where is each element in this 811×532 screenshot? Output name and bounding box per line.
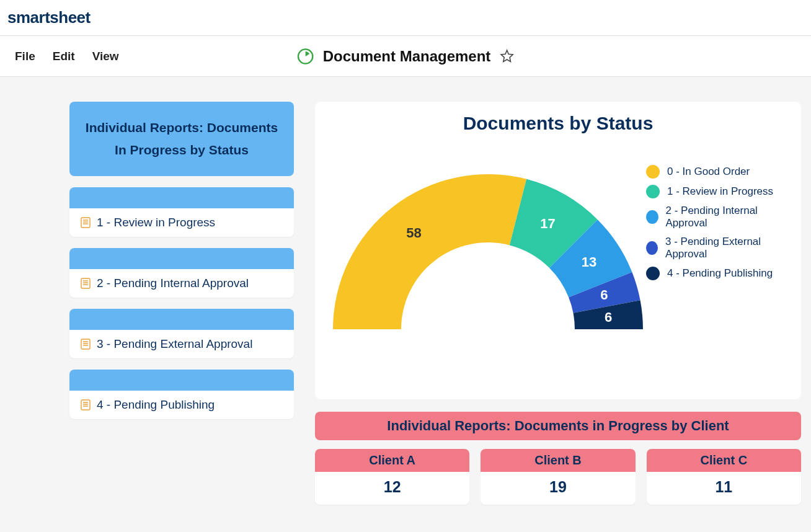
sidebar-main-card: Individual Reports: Documents In Progres… (69, 102, 294, 176)
legend-swatch (646, 241, 658, 255)
report-card-body: 3 - Pending External Approval (69, 330, 294, 358)
report-card-head (69, 248, 294, 269)
report-icon (81, 217, 91, 228)
client-row: Client A 12Client B 19Client C 11 (315, 449, 801, 505)
chart-title: Documents by Status (330, 113, 786, 134)
report-card-label: 1 - Review in Progress (97, 216, 215, 229)
report-icon (81, 278, 91, 289)
legend-label: 2 - Pending Internal Approval (666, 205, 786, 229)
svg-rect-1 (81, 218, 90, 228)
report-card-head (69, 309, 294, 330)
report-card-label: 4 - Pending Publishing (97, 398, 215, 412)
sidebar: Individual Reports: Documents In Progres… (69, 102, 294, 430)
report-card[interactable]: 2 - Pending Internal Approval (69, 248, 294, 298)
report-card-head (69, 187, 294, 208)
report-card-label: 2 - Pending Internal Approval (97, 277, 249, 290)
legend-item: 3 - Pending External Approval (646, 236, 786, 260)
donut-value-label: 6 (600, 287, 608, 303)
topbar: smartsheet (0, 0, 811, 36)
dashboard-canvas: Individual Reports: Documents In Progres… (0, 77, 811, 505)
dashboard-icon (297, 48, 314, 65)
report-card-head (69, 370, 294, 391)
legend-swatch (646, 185, 660, 198)
menu-edit[interactable]: Edit (44, 45, 84, 68)
page-title: Document Management (323, 48, 491, 65)
report-card-body: 4 - Pending Publishing (69, 391, 294, 419)
client-card[interactable]: Client A 12 (315, 449, 469, 505)
legend-item: 1 - Review in Progress (646, 185, 786, 198)
donut-value-label: 6 (605, 309, 612, 325)
client-card-value: 19 (481, 472, 635, 505)
report-icon (81, 339, 91, 350)
report-card-body: 1 - Review in Progress (69, 208, 294, 237)
client-card-head: Client A (315, 449, 469, 472)
client-section-header: Individual Reports: Documents in Progres… (315, 412, 801, 440)
report-card-body: 2 - Pending Internal Approval (69, 269, 294, 298)
legend-item: 2 - Pending Internal Approval (646, 205, 786, 229)
svg-rect-5 (81, 278, 90, 288)
client-card-head: Client C (647, 449, 801, 472)
chart-legend: 0 - In Good Order 1 - Review in Progress… (646, 153, 786, 286)
legend-swatch (646, 165, 660, 179)
legend-item: 4 - Pending Publishing (646, 267, 786, 280)
report-icon (81, 399, 91, 410)
menu-view[interactable]: View (84, 45, 128, 68)
donut-value-label: 58 (406, 225, 421, 241)
legend-label: 1 - Review in Progress (667, 185, 773, 198)
client-card-value: 11 (647, 472, 801, 505)
report-card[interactable]: 3 - Pending External Approval (69, 309, 294, 358)
menubar: File Edit View Document Management (0, 36, 811, 77)
client-card-value: 12 (315, 472, 469, 505)
client-card[interactable]: Client B 19 (481, 449, 635, 505)
report-card[interactable]: 4 - Pending Publishing (69, 370, 294, 419)
title-group: Document Management (297, 48, 515, 65)
half-donut-chart: 58171366 (330, 153, 646, 347)
menu-file[interactable]: File (6, 45, 44, 68)
svg-rect-13 (81, 400, 90, 410)
favorite-star-icon[interactable] (499, 49, 514, 64)
main-column: Documents by Status 58171366 0 - In Good… (315, 102, 801, 505)
legend-label: 3 - Pending External Approval (665, 236, 786, 260)
legend-swatch (646, 267, 660, 280)
client-card[interactable]: Client C 11 (647, 449, 801, 505)
legend-swatch (646, 210, 658, 224)
donut-value-label: 13 (582, 254, 596, 270)
chart-panel: Documents by Status 58171366 0 - In Good… (315, 102, 801, 399)
legend-label: 4 - Pending Publishing (667, 267, 773, 280)
donut-value-label: 17 (540, 216, 555, 231)
legend-label: 0 - In Good Order (667, 166, 750, 178)
report-card-label: 3 - Pending External Approval (97, 337, 252, 351)
sidebar-main-title: Individual Reports: Documents In Progres… (81, 117, 283, 161)
donut-slice (333, 174, 526, 329)
svg-rect-9 (81, 339, 90, 349)
legend-item: 0 - In Good Order (646, 165, 786, 179)
app-logo: smartsheet (7, 8, 91, 27)
client-card-head: Client B (481, 449, 635, 472)
report-card[interactable]: 1 - Review in Progress (69, 187, 294, 237)
